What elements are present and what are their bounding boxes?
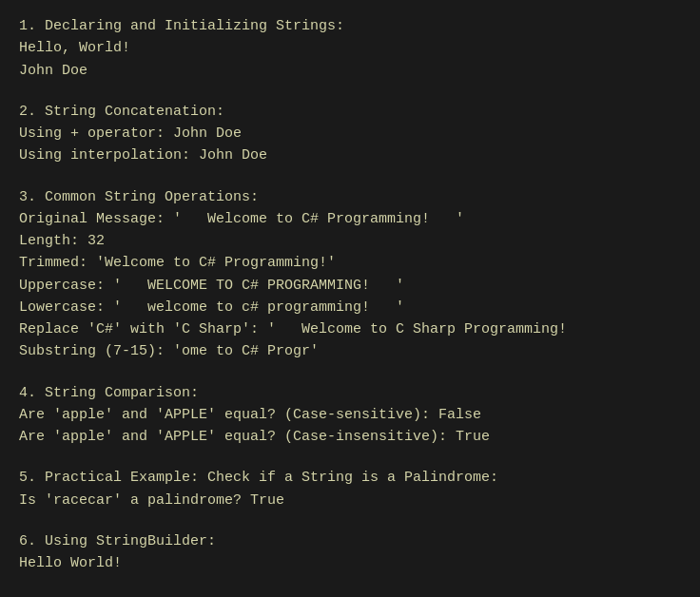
terminal-line: Using + operator: John Doe (19, 123, 681, 144)
terminal-section-2: 2. String Concatenation:Using + operator… (19, 101, 681, 167)
terminal-line: Hello World! (19, 552, 681, 574)
terminal-line: Uppercase: ' WELCOME TO C# PROGRAMMING! … (19, 275, 681, 297)
section-gap (19, 367, 681, 382)
terminal-line: 5. Practical Example: Check if a String … (19, 467, 681, 489)
terminal-line: Are 'apple' and 'APPLE' equal? (Case-ins… (19, 426, 681, 448)
terminal-section-4: 4. String Comparison:Are 'apple' and 'AP… (19, 382, 681, 449)
terminal-line: John Doe (19, 60, 681, 82)
section-gap (19, 515, 681, 530)
terminal-line: 2. String Concatenation: (19, 101, 681, 123)
terminal-line: Using interpolation: John Doe (19, 144, 681, 166)
terminal-section-3: 3. Common String Operations:Original Mes… (19, 186, 681, 363)
section-gap (19, 452, 681, 467)
terminal-line: Are 'apple' and 'APPLE' equal? (Case-sen… (19, 404, 681, 426)
terminal-line: 6. Using StringBuilder: (19, 530, 681, 552)
terminal-line: Trimmed: 'Welcome to C# Programming!' (19, 252, 681, 274)
terminal-section-5: 5. Practical Example: Check if a String … (19, 467, 681, 511)
terminal-line: Lowercase: ' welcome to c# programming! … (19, 297, 681, 318)
terminal-line: Length: 32 (19, 230, 681, 252)
terminal-line: 4. String Comparison: (19, 382, 681, 404)
terminal-line: 3. Common String Operations: (19, 186, 681, 208)
section-gap (19, 171, 681, 186)
terminal-line: Replace 'C#' with 'C Sharp': ' Welcome t… (19, 318, 681, 340)
terminal-line: 1. Declaring and Initializing Strings: (19, 15, 681, 37)
terminal-section-1: 1. Declaring and Initializing Strings:He… (19, 15, 681, 82)
section-gap (19, 86, 681, 101)
terminal-line: Original Message: ' Welcome to C# Progra… (19, 208, 681, 230)
terminal-section-6: 6. Using StringBuilder:Hello World! (19, 530, 681, 575)
terminal-output: 1. Declaring and Initializing Strings:He… (19, 15, 681, 574)
terminal-line: Hello, World! (19, 37, 681, 59)
terminal-line: Is 'racecar' a palindrome? True (19, 490, 681, 511)
terminal-line: Substring (7-15): 'ome to C# Progr' (19, 340, 681, 362)
